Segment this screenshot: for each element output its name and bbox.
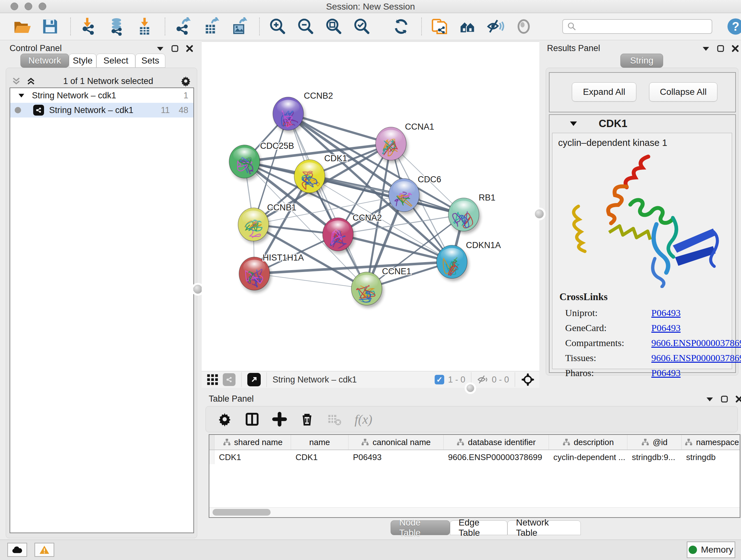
cloud-status-button[interactable]	[7, 543, 27, 557]
panel-menu-icon[interactable]	[706, 396, 714, 402]
table-horizontal-scrollbar[interactable]	[209, 507, 740, 517]
selected-checkbox-icon[interactable]: ✓	[434, 375, 444, 384]
zoom-in-button[interactable]	[267, 17, 287, 37]
svg-text:?: ?	[732, 20, 739, 33]
delete-column-icon[interactable]	[300, 412, 314, 427]
gear-icon[interactable]	[180, 75, 192, 87]
warning-icon	[39, 545, 50, 555]
memory-button[interactable]: Memory	[687, 542, 735, 558]
tab-sets[interactable]: Sets	[135, 54, 165, 68]
import-table-button[interactable]	[135, 17, 154, 37]
column-header--id[interactable]: @id	[627, 435, 682, 449]
table-cell[interactable]: CDK1	[214, 450, 291, 464]
tab-edge-table[interactable]: Edge Table	[450, 520, 508, 535]
network-canvas[interactable]: CCNB2CCNA1CDC25BCDK1CDC6RB1CCNB1CCNA2CDK…	[202, 42, 539, 371]
open-session-button[interactable]	[12, 17, 32, 37]
crosslink-value[interactable]: 9606.ENSP00000378699	[651, 353, 741, 363]
table-settings-gear-icon[interactable]	[217, 412, 232, 427]
zoom-fit-button[interactable]	[324, 17, 343, 37]
control-panel-splitter-handle[interactable]	[193, 285, 202, 294]
network-node-ccna1[interactable]: CCNA1	[376, 122, 434, 163]
hide-selected-button[interactable]	[486, 17, 506, 37]
help-button[interactable]: ?	[726, 17, 741, 37]
tab-network-table[interactable]: Network Table	[508, 520, 581, 535]
column-header-database-identifier[interactable]: database identifier	[444, 435, 549, 449]
column-source-icon	[456, 438, 465, 446]
first-neighbors-button[interactable]	[458, 17, 477, 37]
panel-menu-icon[interactable]	[156, 46, 164, 51]
expand-all-icon[interactable]	[25, 76, 37, 86]
close-panel-icon[interactable]	[186, 45, 193, 52]
tab-network[interactable]: Network	[20, 54, 69, 68]
table-row[interactable]: CDK1CDK1P064939606.ENSP00000378699cyclin…	[209, 450, 740, 464]
save-session-button[interactable]	[40, 17, 60, 37]
refresh-layout-button[interactable]	[391, 17, 411, 37]
table-cell[interactable]: stringdb:9...	[627, 450, 682, 464]
export-network-button[interactable]	[173, 17, 193, 37]
hidden-eye-icon	[477, 374, 488, 385]
select-columns-icon[interactable]	[245, 412, 259, 427]
crosslink-value[interactable]: P06493	[651, 307, 681, 318]
clone-network-button[interactable]	[429, 17, 449, 37]
column-header-canonical-name[interactable]: canonical name	[348, 435, 444, 449]
column-header-name[interactable]: name	[291, 435, 348, 449]
network-row-selected[interactable]: String Network – cdk1 11 48	[10, 103, 193, 118]
network-node-ccne1[interactable]: CCNE1	[351, 266, 411, 308]
toolbar-search-input[interactable]	[562, 19, 712, 34]
delete-table-icon[interactable]	[327, 412, 342, 427]
column-header-description[interactable]: description	[549, 435, 627, 449]
column-header-shared-name[interactable]: shared name	[214, 435, 291, 449]
section-expander-icon[interactable]	[569, 120, 578, 127]
refresh-icon	[392, 17, 410, 36]
network-node-cdkn1a[interactable]: CDKN1A	[436, 240, 501, 281]
float-panel-icon[interactable]	[171, 45, 179, 52]
node-data-table[interactable]: shared namenamecanonical namedatabase id…	[209, 434, 740, 518]
float-panel-icon[interactable]	[717, 45, 724, 52]
preview-button[interactable]	[514, 17, 534, 37]
column-header-label: name	[309, 437, 330, 447]
expand-all-button[interactable]: Expand All	[572, 82, 636, 102]
panel-menu-icon[interactable]	[702, 46, 710, 51]
birdseye-toggle-icon[interactable]	[521, 373, 535, 387]
import-network-button[interactable]	[78, 17, 98, 37]
column-header-label: canonical name	[373, 437, 430, 447]
warnings-button[interactable]	[35, 543, 54, 557]
network-edge-count: 48	[179, 105, 188, 115]
float-panel-icon[interactable]	[721, 395, 728, 403]
collapse-all-button[interactable]: Collapse All	[649, 82, 718, 102]
tab-string[interactable]: String	[620, 54, 663, 68]
tab-select[interactable]: Select	[96, 54, 135, 68]
network-node-rb1[interactable]: RB1	[448, 193, 495, 234]
export-image-button[interactable]	[229, 17, 249, 37]
network-view-title: String Network – cdk1	[273, 375, 357, 385]
toolbar-separator	[421, 17, 422, 36]
import-network-from-database-button[interactable]	[107, 17, 126, 37]
table-cell[interactable]: stringdb	[682, 450, 740, 464]
crosslink-value[interactable]: P06493	[651, 322, 681, 333]
table-cell[interactable]: cyclin-dependent ...	[549, 450, 627, 464]
detach-view-icon[interactable]	[247, 373, 261, 386]
network-collection-row[interactable]: String Network – cdk1 1	[10, 88, 193, 103]
network-share-view-icon[interactable]	[223, 373, 235, 386]
function-builder-button[interactable]: f(x)	[354, 412, 373, 427]
crosslink-value[interactable]: 9606.ENSP00000378699	[651, 337, 741, 348]
tree-expander-icon[interactable]	[18, 93, 25, 98]
crosslink-value[interactable]: P06493	[651, 368, 681, 378]
column-header-namespace[interactable]: namespace	[682, 435, 740, 449]
horizontal-splitter-handle[interactable]	[467, 384, 474, 392]
close-panel-icon[interactable]	[735, 395, 741, 403]
add-column-icon[interactable]	[272, 412, 287, 427]
table-cell[interactable]: CDK1	[291, 450, 348, 464]
table-cell[interactable]: P06493	[348, 450, 444, 464]
close-panel-icon[interactable]	[731, 45, 739, 52]
tab-style[interactable]: Style	[69, 54, 96, 68]
zoom-selected-button[interactable]	[352, 17, 372, 37]
table-cell[interactable]: 9606.ENSP00000378699	[444, 450, 549, 464]
export-table-button[interactable]	[201, 17, 221, 37]
zoom-out-button[interactable]	[295, 17, 315, 37]
collapse-all-icon[interactable]	[11, 76, 22, 86]
grid-view-icon[interactable]	[206, 373, 219, 386]
network-node-ccnb1[interactable]: CCNB1	[238, 203, 296, 244]
tab-node-table[interactable]: Node Table	[391, 520, 450, 535]
scrollbar-thumb[interactable]	[212, 509, 271, 516]
